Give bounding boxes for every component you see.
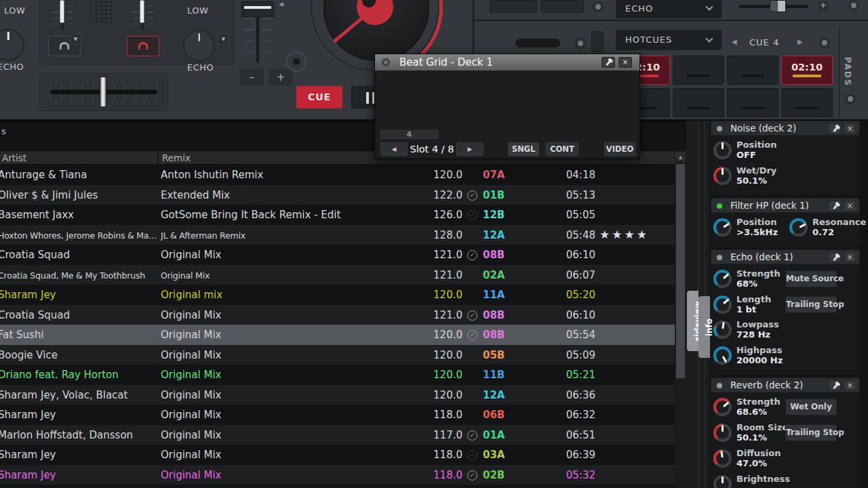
hotcue-pad-2-3[interactable] bbox=[727, 88, 778, 117]
fx-amount-slider-handle[interactable] bbox=[770, 0, 786, 12]
hotcue-pad-2-2[interactable] bbox=[673, 88, 724, 117]
dropdown-arrow-button[interactable]: ▼ bbox=[218, 33, 229, 45]
fx-plus-button[interactable]: + bbox=[817, 0, 829, 12]
track-row[interactable]: Marlon Hoffstadt, DanssonOriginal Mix117… bbox=[0, 425, 675, 445]
fx-panel-header[interactable]: Reverb (deck 2)× bbox=[711, 378, 860, 392]
headphone-cue-right-button[interactable] bbox=[127, 36, 159, 56]
track-row[interactable]: Oliver $ & Jimi JulesExtended Mix122.0✓0… bbox=[0, 185, 675, 205]
fx-on-button[interactable] bbox=[848, 0, 859, 11]
close-button[interactable]: × bbox=[844, 201, 856, 211]
track-row[interactable]: Sharam JeyOriginal Mix118.006B06:32 bbox=[0, 405, 675, 425]
cue-next-icon[interactable]: ▶ bbox=[797, 38, 803, 45]
track-row[interactable]: Fat SushiOriginal Mix120.0✓08B05:54 bbox=[0, 325, 675, 345]
knob-resonance[interactable] bbox=[789, 218, 808, 237]
video-mode-button[interactable]: VIDEO bbox=[604, 142, 635, 156]
track-row[interactable]: Anturage & TianaAnton Ishutin Remix120.0… bbox=[0, 165, 675, 185]
pin-button[interactable] bbox=[829, 123, 840, 134]
track-row[interactable]: Hoxton Whores, Jerome Robins & Ma...JL &… bbox=[0, 225, 675, 245]
track-row[interactable]: Croatia SquadOriginal Mix121.0✓08B06:10 bbox=[0, 305, 675, 325]
slot-next-button[interactable]: ▶ bbox=[456, 142, 484, 156]
fx-option-button[interactable]: Trailing Stop bbox=[785, 296, 837, 313]
pitch-plus-button[interactable]: + bbox=[268, 68, 294, 87]
knob-strength[interactable] bbox=[713, 398, 732, 416]
close-button[interactable]: × bbox=[844, 380, 856, 390]
fx-panel-header[interactable]: Noise (deck 2)× bbox=[711, 121, 860, 136]
fx-slot-button[interactable] bbox=[490, 0, 537, 13]
check-circle-icon: ✓ bbox=[467, 330, 477, 340]
track-row[interactable]: Sharam JeyOriginal Mix118.0✓02B05:32 bbox=[0, 465, 675, 485]
pin-button[interactable] bbox=[829, 252, 840, 262]
hotcue-slot-button[interactable] bbox=[591, 31, 604, 52]
knob-room-size[interactable] bbox=[713, 424, 732, 442]
track-row[interactable]: Boogie ViceOriginal Mix120.005B05:09 bbox=[0, 345, 675, 365]
fx-panel-body: Position>3.5kHzResonance0.72 bbox=[711, 213, 860, 247]
dropdown-arrow-button[interactable]: ▼ bbox=[70, 33, 81, 45]
knob-diffusion[interactable] bbox=[713, 449, 732, 468]
knob-position[interactable] bbox=[713, 218, 732, 237]
pads-option-button[interactable] bbox=[845, 94, 856, 104]
fx-option-button[interactable]: Mute Source bbox=[785, 270, 837, 287]
knob-strength[interactable] bbox=[713, 270, 732, 288]
scrollbar-thumb[interactable] bbox=[676, 164, 685, 378]
fx-option-button[interactable]: Wet Only bbox=[785, 399, 837, 415]
track-row[interactable]: Sharam JeyOriginal Mix118.0✓03A06:39 bbox=[0, 445, 675, 465]
channel-fader-right[interactable] bbox=[140, 0, 144, 23]
single-mode-button[interactable]: SNGL bbox=[508, 142, 539, 156]
pitch-minus-button[interactable]: – bbox=[239, 68, 264, 87]
pitch-fader-handle[interactable] bbox=[241, 1, 274, 18]
track-bpm: 120.0 bbox=[401, 389, 462, 401]
beatgrid-cell[interactable] bbox=[380, 73, 382, 75]
knob-length[interactable] bbox=[713, 296, 732, 314]
hotcue-on-button[interactable] bbox=[574, 37, 587, 49]
pin-button[interactable] bbox=[829, 380, 840, 390]
hotcue-pad-1-3[interactable] bbox=[727, 56, 778, 85]
scrollbar-up-icon[interactable]: ▲ bbox=[675, 151, 686, 163]
knob-brightness[interactable] bbox=[713, 475, 732, 488]
pads-on-button[interactable] bbox=[819, 37, 830, 48]
channel-fader-left[interactable] bbox=[60, 0, 64, 23]
fx-on-button[interactable] bbox=[592, 1, 604, 13]
fx-panel-header[interactable]: Echo (deck 1)× bbox=[711, 249, 860, 264]
crossfader-handle[interactable] bbox=[100, 77, 106, 107]
stop-button[interactable] bbox=[286, 52, 307, 72]
echo-knob-left[interactable] bbox=[0, 28, 24, 61]
continuous-mode-button[interactable]: CONT bbox=[546, 142, 578, 156]
track-row[interactable]: Sharam JeyOriginal mix120.011A05:20 bbox=[0, 285, 675, 305]
pin-button[interactable] bbox=[829, 201, 840, 211]
close-button[interactable]: × bbox=[844, 252, 856, 262]
cue-prev-icon[interactable]: ◀ bbox=[732, 38, 737, 45]
beatgrid-titlebar[interactable]: Beat Grid - Deck 1 × bbox=[375, 54, 639, 70]
beatgrid-group-label[interactable]: 4 bbox=[380, 130, 438, 139]
column-divider[interactable] bbox=[157, 151, 159, 164]
knob-wet-dry[interactable] bbox=[713, 167, 732, 185]
echo-label: ECHO bbox=[0, 62, 24, 72]
hotcue-pad-2-4[interactable] bbox=[781, 88, 833, 117]
track-row[interactable]: Croatia Squad, Me & My ToothbrushOrigina… bbox=[0, 265, 675, 285]
echo-knob-right[interactable] bbox=[183, 30, 215, 62]
column-header-remix[interactable]: Remix bbox=[162, 152, 191, 163]
fx-panel-header[interactable]: Filter HP (deck 1)× bbox=[711, 198, 860, 213]
fx-option-button[interactable]: Trailing Stop bbox=[785, 424, 837, 441]
knob-highpass[interactable] bbox=[713, 346, 732, 365]
close-button[interactable]: × bbox=[844, 123, 856, 134]
hotcue-pad-1-4[interactable]: 02:10 bbox=[781, 56, 833, 85]
tab-info[interactable]: info bbox=[698, 296, 710, 358]
track-row[interactable]: Sharam Jey, Volac, BlacatOriginal Mix120… bbox=[0, 385, 675, 405]
pin-button[interactable] bbox=[601, 57, 615, 68]
hotcue-pad-1-2[interactable] bbox=[673, 56, 724, 85]
divider bbox=[839, 28, 840, 119]
knob-lowpass[interactable] bbox=[713, 321, 732, 339]
column-header-artist[interactable]: Artist bbox=[2, 152, 26, 163]
collapse-arrow-icon[interactable]: ◀ bbox=[279, 1, 283, 7]
track-row[interactable]: Croatia SquadOriginal Mix121.0✓08B06:10 bbox=[0, 245, 675, 265]
fx-slot-button[interactable] bbox=[540, 0, 584, 13]
tab-sideview[interactable]: sideview bbox=[687, 291, 698, 351]
track-row[interactable]: Basement JaxxGotSome Bring It Back Remix… bbox=[0, 205, 675, 225]
knob-position[interactable] bbox=[713, 141, 732, 159]
pads-mode-select[interactable]: HOTCUES bbox=[616, 30, 722, 50]
track-row[interactable]: Driano feat. Ray HortonOriginal Mix120.0… bbox=[0, 365, 675, 385]
slot-prev-button[interactable]: ◀ bbox=[380, 142, 408, 156]
effect-select[interactable]: ECHO bbox=[616, 0, 722, 18]
close-button[interactable]: × bbox=[618, 57, 632, 68]
cue-button[interactable]: CUE bbox=[296, 86, 342, 108]
